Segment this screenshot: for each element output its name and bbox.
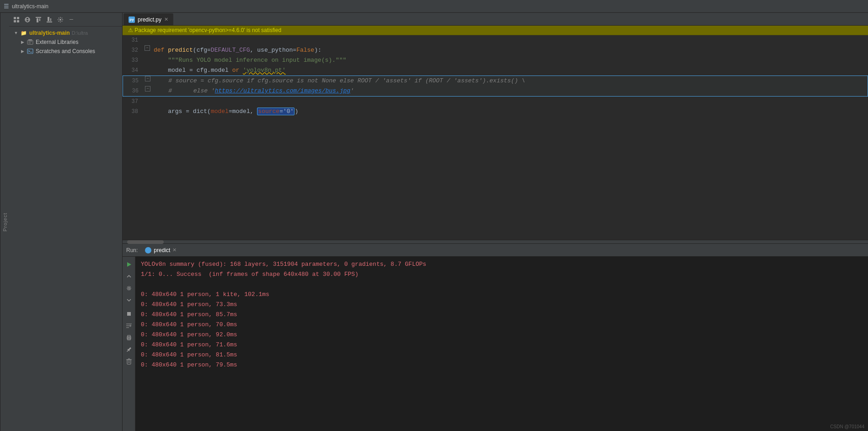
code-content-35: # source = cfg.source if cfg.source is n… (152, 76, 868, 86)
fold-icon-36[interactable]: − (145, 86, 150, 92)
svg-rect-31 (127, 312, 131, 316)
fold-icon-32[interactable]: − (145, 45, 150, 51)
svg-point-13 (59, 19, 61, 21)
gutter-36: − (143, 86, 152, 92)
output-line-11: 0: 480x640 1 person, 79.5ms (141, 360, 863, 370)
line-num-34: 34 (123, 65, 143, 75)
settings-icon-btn[interactable] (56, 15, 65, 24)
gutter-32: − (143, 45, 152, 51)
align-top-icon-btn[interactable] (34, 15, 43, 24)
code-content-34: model = cfg.model or 'yolov8n.pt' (152, 65, 868, 75)
svg-rect-38 (127, 360, 131, 364)
line-num-36: 36 (123, 86, 143, 96)
code-content-33: """Runs YOLO model inference on input im… (152, 55, 868, 65)
svg-rect-15 (28, 39, 32, 41)
output-line-4: 0: 480x640 1 person, 1 kite, 102.1ms (141, 290, 863, 300)
svg-rect-8 (37, 18, 38, 22)
line-num-31: 31 (123, 35, 143, 45)
svg-rect-12 (50, 18, 51, 21)
run-tab-predict[interactable]: predict ✕ (142, 246, 179, 254)
output-line-6: 0: 480x640 1 person, 85.7ms (141, 310, 863, 320)
output-line-7: 0: 480x640 1 person, 70.0ms (141, 320, 863, 330)
svg-rect-3 (17, 20, 19, 22)
app-title: ultralytics-main (12, 3, 48, 10)
warning-banner: ⚠ Package requirement 'opencv-python>=4.… (123, 26, 868, 35)
code-line-35: 35 − # source = cfg.source if cfg.source… (123, 76, 868, 86)
run-print-btn[interactable] (124, 333, 134, 343)
run-tab-close[interactable]: ✕ (172, 248, 177, 253)
run-output[interactable]: YOLOv8n summary (fused): 168 layers, 315… (135, 257, 868, 431)
watermark: CSDN @701044 (830, 424, 864, 429)
run-scroll-down-btn[interactable] (124, 295, 134, 305)
library-icon (27, 38, 34, 46)
fold-icon-35[interactable]: − (145, 76, 150, 81)
title-bar: ☰ ultralytics-main (0, 0, 868, 13)
svg-point-22 (128, 287, 130, 289)
code-line-38: 38 args = dict(model=model, source='0') (123, 107, 868, 117)
tab-close-btn[interactable]: ✕ (164, 17, 168, 22)
run-multiline-btn[interactable] (124, 321, 134, 331)
run-label: Run: (126, 247, 138, 253)
code-line-36: 36 − # else 'https://ultralytics.com/ima… (123, 86, 868, 96)
code-line-33: 33 """Runs YOLO model inference on input… (123, 55, 868, 65)
svg-rect-14 (27, 40, 33, 44)
sidebar-toolbar: — (9, 13, 122, 27)
project-label: Project (0, 13, 9, 431)
svg-rect-2 (14, 20, 16, 22)
sidebar-item-external-libraries[interactable]: ▶ External Libraries (16, 38, 122, 47)
svg-rect-1 (17, 17, 19, 19)
tab-bar: py predict.py ✕ (123, 13, 868, 26)
run-scroll-up-btn[interactable] (124, 271, 134, 281)
run-clear-btn[interactable] (124, 356, 134, 366)
python-file-icon: py (129, 16, 135, 23)
h-scroll-thumb[interactable] (127, 240, 164, 244)
tree-arrow-scratch: ▶ (19, 48, 26, 54)
code-content-36: # else 'https://ultralytics.com/images/b… (152, 86, 868, 96)
output-line-9: 0: 480x640 1 person, 71.6ms (141, 340, 863, 350)
run-layout: YOLOv8n summary (fused): 168 layers, 315… (123, 257, 868, 431)
tab-predict-py[interactable]: py predict.py ✕ (123, 13, 173, 25)
svg-rect-11 (48, 17, 49, 21)
svg-rect-10 (47, 22, 52, 22)
content-area: py predict.py ✕ ⚠ Package requirement 'o… (123, 13, 868, 431)
scratches-consoles-label: Scratches and Consoles (36, 48, 95, 54)
sidebar: — ▼ 📁 ultralytics-main D:\ultra ▶ (9, 13, 123, 431)
run-stop-btn[interactable] (124, 309, 134, 319)
source-highlight: source='0' (257, 108, 295, 115)
code-editor[interactable]: 31 32 − def predict(cfg=DEFAULT_CFG, use… (123, 35, 868, 240)
grid-icon-btn[interactable] (12, 15, 21, 24)
output-line-1: YOLOv8n summary (fused): 168 layers, 315… (141, 259, 863, 269)
tree-arrow-ext: ▶ (19, 39, 26, 45)
code-line-37: 37 (123, 97, 868, 107)
svg-line-30 (130, 287, 130, 287)
commented-block: 35 − # source = cfg.source if cfg.source… (123, 75, 868, 97)
sidebar-item-project-root[interactable]: ▼ 📁 ultralytics-main D:\ultra (9, 28, 122, 38)
svg-rect-0 (14, 17, 16, 19)
web-icon-btn[interactable] (23, 15, 32, 24)
line-num-37: 37 (123, 97, 143, 107)
output-line-2: 1/1: 0... Success (inf frames of shape 6… (141, 269, 863, 280)
project-root-path: D:\ultra (72, 30, 88, 36)
run-toolbar (123, 257, 135, 431)
svg-line-28 (130, 289, 130, 290)
run-play-btn[interactable] (124, 259, 134, 269)
run-pin-btn[interactable] (124, 345, 134, 355)
console-icon (27, 48, 34, 55)
code-content-32: def predict(cfg=DEFAULT_CFG, use_python=… (152, 45, 868, 55)
svg-line-27 (127, 287, 128, 287)
main-layout: Project (0, 13, 868, 431)
run-tab-icon (145, 247, 151, 253)
minus-icon-btn[interactable]: — (67, 15, 76, 24)
align-bottom-icon-btn[interactable] (45, 15, 54, 24)
warning-text: Package requirement 'opencv-python>=4.6.… (134, 27, 281, 33)
project-root-name: ultralytics-main (29, 30, 70, 36)
code-content-31 (152, 35, 868, 45)
run-tab-bar: Run: predict ✕ (123, 244, 868, 257)
svg-point-20 (146, 248, 150, 252)
run-settings-btn[interactable] (124, 283, 134, 293)
sidebar-item-scratches-consoles[interactable]: ▶ Scratches and Consoles (16, 47, 122, 56)
svg-line-29 (127, 289, 128, 290)
run-tab-name: predict (154, 247, 170, 253)
horizontal-scrollbar[interactable] (123, 240, 868, 243)
code-line-34: 34 model = cfg.model or 'yolov8n.pt' (123, 65, 868, 75)
